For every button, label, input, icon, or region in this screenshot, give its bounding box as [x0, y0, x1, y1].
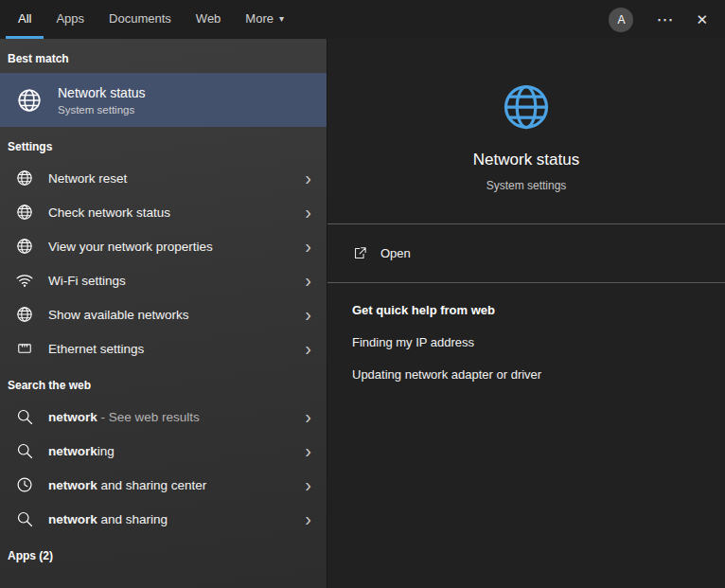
chevron-right-icon[interactable]: ›	[305, 509, 317, 528]
open-action-label: Open	[380, 246, 411, 260]
search-body: Best match Network status System setting…	[0, 39, 725, 588]
preview-title: Network status	[473, 151, 579, 169]
chevron-right-icon[interactable]: ›	[305, 271, 317, 290]
best-match-result[interactable]: Network status System settings	[0, 73, 327, 127]
settings-item-label: Ethernet settings	[48, 342, 144, 356]
preview-panel: Network status System settings Open Get …	[327, 39, 725, 588]
tab-web-label: Web	[196, 11, 221, 26]
tab-apps[interactable]: Apps	[44, 0, 97, 39]
chevron-right-icon[interactable]: ›	[305, 305, 317, 324]
chevron-right-icon[interactable]: ›	[305, 339, 317, 358]
options-ellipsis-button[interactable]: ⋯	[656, 9, 673, 30]
ethernet-icon	[15, 339, 34, 358]
preview-header: Network status System settings	[327, 39, 725, 223]
web-result-network-and-sharing[interactable]: network and sharing ›	[0, 502, 327, 536]
search-filter-bar: All Apps Documents Web More ▾ A ⋯ ✕	[0, 0, 725, 39]
web-result-label: network and sharing center	[48, 478, 206, 492]
wifi-icon	[15, 271, 34, 290]
settings-item-label: View your network properties	[48, 240, 213, 254]
settings-item-network-reset[interactable]: Network reset ›	[0, 161, 327, 195]
tab-more[interactable]: More ▾	[233, 0, 296, 39]
network-globe-icon	[15, 86, 44, 115]
quick-help-link-ip-address[interactable]: Finding my IP address	[352, 335, 700, 349]
quick-help-link-network-adapter[interactable]: Updating network adapter or driver	[352, 367, 700, 382]
tab-apps-label: Apps	[56, 11, 84, 26]
globe-icon	[15, 203, 34, 222]
tab-more-label: More	[245, 11, 274, 26]
network-globe-icon	[498, 79, 555, 135]
chevron-right-icon[interactable]: ›	[305, 475, 317, 494]
results-panel: Best match Network status System setting…	[0, 39, 327, 588]
account-avatar[interactable]: A	[609, 8, 633, 32]
search-icon	[15, 441, 34, 460]
globe-icon	[15, 305, 34, 324]
topbar-actions: A ⋯ ✕	[609, 0, 725, 39]
best-match-subtitle: System settings	[58, 104, 146, 116]
web-result-label: network and sharing	[48, 512, 168, 526]
apps-section-label: Apps (2)	[0, 536, 327, 570]
history-icon	[15, 475, 34, 494]
web-result-networking[interactable]: networking ›	[0, 434, 327, 468]
quick-help-header: Get quick help from web	[352, 303, 700, 317]
settings-item-label: Wi-Fi settings	[48, 274, 126, 288]
web-result-label: network - See web results	[48, 410, 200, 424]
close-button[interactable]: ✕	[696, 11, 708, 28]
preview-subtitle: System settings	[486, 179, 567, 192]
settings-item-check-network-status[interactable]: Check network status ›	[0, 195, 327, 229]
tab-all[interactable]: All	[6, 0, 44, 39]
tab-documents[interactable]: Documents	[97, 0, 184, 39]
search-window: All Apps Documents Web More ▾ A ⋯ ✕ Best	[0, 0, 725, 588]
settings-item-ethernet-settings[interactable]: Ethernet settings ›	[0, 331, 327, 365]
search-icon	[15, 407, 34, 426]
quick-help-section: Get quick help from web Finding my IP ad…	[327, 283, 725, 419]
settings-item-label: Show available networks	[48, 308, 189, 322]
chevron-down-icon: ▾	[279, 13, 284, 24]
settings-item-wifi-settings[interactable]: Wi-Fi settings ›	[0, 263, 327, 297]
settings-section-label: Settings	[0, 127, 327, 161]
settings-item-label: Network reset	[48, 171, 127, 186]
settings-item-view-network-properties[interactable]: View your network properties ›	[0, 229, 327, 263]
globe-icon	[15, 169, 34, 187]
tab-all-label: All	[18, 11, 31, 26]
tab-web[interactable]: Web	[184, 0, 234, 39]
tab-documents-label: Documents	[109, 11, 171, 26]
settings-item-label: Check network status	[48, 205, 170, 220]
web-section-label: Search the web	[0, 365, 327, 400]
web-result-label: networking	[48, 444, 115, 458]
chevron-right-icon[interactable]: ›	[305, 407, 317, 426]
best-match-section-label: Best match	[0, 39, 327, 73]
settings-item-show-available-networks[interactable]: Show available networks ›	[0, 297, 327, 331]
filter-tabs: All Apps Documents Web More ▾	[0, 0, 296, 39]
chevron-right-icon[interactable]: ›	[305, 169, 317, 187]
search-icon	[15, 509, 34, 528]
chevron-right-icon[interactable]: ›	[305, 237, 317, 256]
globe-icon	[15, 237, 34, 256]
open-icon	[352, 245, 368, 261]
open-action[interactable]: Open	[327, 224, 725, 282]
web-result-network-and-sharing-center[interactable]: network and sharing center ›	[0, 468, 327, 502]
best-match-title: Network status	[58, 85, 146, 100]
web-result-network[interactable]: network - See web results ›	[0, 400, 327, 434]
chevron-right-icon[interactable]: ›	[305, 441, 317, 460]
chevron-right-icon[interactable]: ›	[305, 203, 317, 222]
